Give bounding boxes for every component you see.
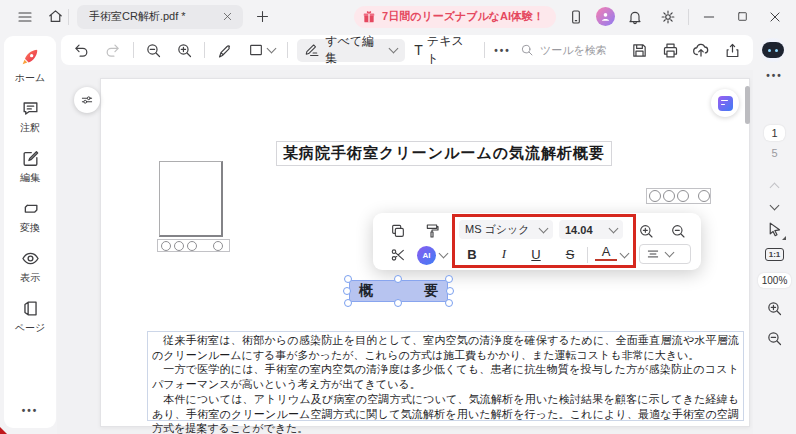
font-color-chevron-icon[interactable]: [620, 249, 630, 259]
mobile-device-icon[interactable]: [563, 4, 589, 30]
settings-gear-icon[interactable]: [655, 4, 681, 30]
resize-handle[interactable]: [445, 299, 453, 307]
save-icon[interactable]: [629, 39, 651, 61]
previous-page-icon[interactable]: [771, 181, 778, 191]
edit-pencil-icon: [21, 149, 40, 168]
resize-handle[interactable]: [394, 299, 402, 307]
sidebar-item-comment[interactable]: 注釈: [20, 99, 40, 135]
font-size-dropdown[interactable]: 14.04: [559, 220, 623, 239]
paragraph: 一方で医学的には、手術室の室内空気の清浄度は多少低くても、患者に抗生物質を投与し…: [152, 362, 739, 391]
text-tool-label: テキスト: [427, 33, 475, 67]
banner-text: 7日間のリーズナブルなAI体験！: [382, 9, 544, 24]
share-export-icon[interactable]: [721, 39, 743, 61]
zoom-out-icon[interactable]: [143, 39, 165, 61]
titlebar: 手術室CR解析.pdf * 7日間のリーズナブルなAI体験！: [0, 0, 796, 33]
undo-icon[interactable]: [71, 39, 93, 61]
text-tool-icon: T: [414, 42, 423, 58]
shape-tool-icon[interactable]: [245, 39, 279, 61]
body-paragraph-textbox[interactable]: 従来手術室は、術部からの感染防止を目的として、室内空気の清浄度を確保するために、…: [147, 331, 744, 421]
sidebar-item-edit[interactable]: 編集: [20, 149, 40, 185]
side-panel-toggle[interactable]: [711, 89, 739, 117]
bold-button[interactable]: B: [461, 244, 483, 264]
edit-all-button[interactable]: すべて編集: [297, 39, 405, 62]
ai-assist-button[interactable]: AI: [415, 244, 449, 266]
figure-circles-bar-left[interactable]: [157, 239, 230, 252]
notifications-bell-icon[interactable]: [622, 4, 648, 30]
selected-textbox[interactable]: 概 要: [348, 279, 449, 303]
comment-icon: [21, 99, 40, 118]
strikethrough-button[interactable]: S: [559, 244, 581, 264]
user-avatar[interactable]: [596, 7, 615, 26]
tool-search[interactable]: [520, 43, 620, 57]
document-title-textbox[interactable]: 某病院手術室クリーンルームの気流解析概要: [276, 141, 612, 166]
actual-size-button[interactable]: 1:1: [765, 248, 785, 261]
tab-close-icon[interactable]: [222, 11, 233, 22]
redo-icon[interactable]: [102, 39, 124, 61]
maximize-button[interactable]: [729, 4, 755, 30]
home-icon[interactable]: [42, 4, 68, 30]
sidebar-more-icon[interactable]: •••: [22, 405, 39, 416]
current-page-indicator[interactable]: 1: [764, 125, 784, 141]
cloud-upload-icon[interactable]: [690, 39, 712, 61]
increase-font-icon[interactable]: [635, 220, 657, 242]
minimize-button[interactable]: [696, 4, 722, 30]
sidebar-item-label: 注釈: [20, 121, 40, 135]
underline-button[interactable]: U: [525, 244, 547, 264]
font-color-button[interactable]: A: [595, 244, 617, 261]
properties-panel-toggle[interactable]: [74, 87, 100, 113]
search-input[interactable]: [540, 44, 620, 56]
text-tool-button[interactable]: T テキスト: [414, 33, 475, 67]
alignment-dropdown[interactable]: [639, 244, 691, 264]
zoom-level-indicator[interactable]: 100%: [758, 273, 792, 288]
main-toolbar: すべて編集 T テキスト •••: [61, 35, 753, 65]
select-tool-icon[interactable]: [766, 221, 783, 238]
new-tab-button[interactable]: [249, 4, 275, 30]
sidebar-item-convert[interactable]: 変換: [20, 199, 40, 235]
zoom-out-page-icon[interactable]: [766, 330, 783, 347]
sidebar-item-home[interactable]: ホーム: [15, 46, 45, 85]
resize-handle[interactable]: [344, 275, 352, 283]
paragraph: 従来手術室は、術部からの感染防止を目的として、室内空気の清浄度を確保するために、…: [152, 333, 739, 362]
document-tab[interactable]: 手術室CR解析.pdf *: [77, 5, 243, 29]
sidebar-item-view[interactable]: 表示: [20, 249, 40, 285]
left-sidebar: ホーム 注釈 編集 変換 表示 ページ •••: [4, 36, 56, 428]
sidebar-item-page[interactable]: ページ: [15, 299, 45, 335]
gift-icon: [362, 10, 376, 24]
hamburger-menu-icon[interactable]: [12, 4, 38, 30]
ai-trial-banner[interactable]: 7日間のリーズナブルなAI体験！: [354, 6, 556, 28]
right-rail-more-icon[interactable]: •••: [766, 70, 783, 81]
next-page-icon[interactable]: [771, 205, 778, 209]
italic-button[interactable]: I: [493, 244, 515, 264]
resize-handle[interactable]: [445, 275, 453, 283]
cut-scissors-icon[interactable]: [387, 244, 409, 266]
resize-handle[interactable]: [344, 299, 352, 307]
zoom-in-icon[interactable]: [173, 39, 195, 61]
vertical-scrollbar[interactable]: [745, 86, 750, 124]
resize-handle[interactable]: [446, 287, 454, 295]
sidebar-item-label: ページ: [15, 321, 45, 335]
toolbar-more-icon[interactable]: •••: [494, 45, 511, 56]
ai-robot-toggle[interactable]: [757, 38, 789, 62]
divider: [688, 9, 689, 25]
divider: [587, 247, 588, 263]
figure-rectangle[interactable]: [159, 161, 223, 237]
print-icon[interactable]: [660, 39, 682, 61]
resize-handle[interactable]: [343, 287, 351, 295]
sidebar-item-label: ホーム: [15, 71, 45, 85]
figure-circles-bar-right[interactable]: [646, 188, 711, 204]
divider: [484, 42, 485, 58]
font-family-dropdown[interactable]: MS ゴシック: [459, 220, 553, 239]
convert-icon: [21, 199, 40, 218]
zoom-in-page-icon[interactable]: [766, 300, 783, 317]
highlighter-pen-icon[interactable]: [214, 39, 236, 61]
format-painter-icon[interactable]: [421, 220, 443, 242]
font-size-value: 14.04: [565, 224, 606, 236]
paragraph: 本件については、アトリウム及び病室の空調方式について、気流解析を用いた検討結果を…: [152, 392, 739, 434]
copy-icon[interactable]: [387, 220, 409, 242]
sidebar-item-label: 変換: [20, 221, 40, 235]
robot-icon: [762, 42, 784, 58]
divider: [133, 42, 134, 58]
decrease-font-icon[interactable]: [667, 220, 689, 242]
resize-handle[interactable]: [394, 275, 402, 283]
close-button[interactable]: [762, 4, 788, 30]
